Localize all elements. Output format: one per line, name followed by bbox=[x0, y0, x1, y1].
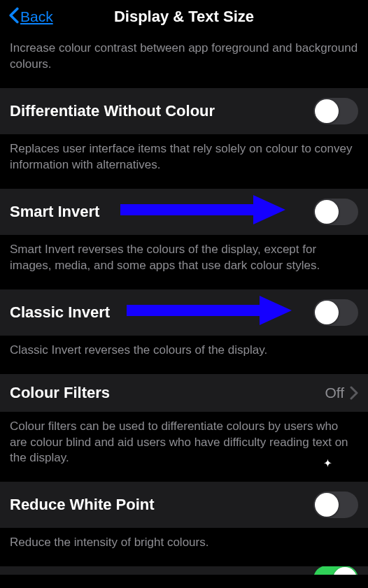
differentiate-without-colour-row[interactable]: Differentiate Without Colour bbox=[0, 88, 368, 134]
reduce-white-point-row[interactable]: Reduce White Point bbox=[0, 482, 368, 528]
page-title: Display & Text Size bbox=[114, 8, 254, 26]
classic-invert-toggle[interactable] bbox=[313, 299, 358, 326]
classic-invert-row[interactable]: Classic Invert bbox=[0, 289, 368, 336]
colour-filters-value: Off bbox=[325, 385, 344, 401]
classic-invert-label: Classic Invert bbox=[10, 303, 110, 322]
next-setting-row[interactable] bbox=[0, 566, 368, 575]
colour-filters-row[interactable]: Colour Filters Off bbox=[0, 374, 368, 412]
colour-filters-footer-text: Colour filters can be used to differenti… bbox=[10, 420, 348, 465]
nav-header: Back Display & Text Size bbox=[0, 0, 368, 34]
differentiate-toggle[interactable] bbox=[313, 98, 358, 124]
differentiate-label: Differentiate Without Colour bbox=[10, 102, 215, 120]
reduce-white-point-label: Reduce White Point bbox=[10, 496, 155, 514]
chevron-left-icon bbox=[8, 7, 20, 27]
smart-invert-toggle[interactable] bbox=[313, 199, 358, 225]
chevron-right-icon bbox=[350, 386, 358, 400]
back-button[interactable]: Back bbox=[8, 7, 53, 27]
contrast-footer: Increase colour contrast between app for… bbox=[0, 34, 368, 83]
smart-invert-label: Smart Invert bbox=[10, 203, 99, 221]
next-setting-toggle[interactable] bbox=[313, 566, 358, 575]
svg-marker-3 bbox=[260, 296, 292, 325]
plus-annotation-icon: ✦ bbox=[324, 457, 332, 470]
colour-filters-footer: Colour filters can be used to differenti… bbox=[0, 412, 368, 477]
svg-marker-1 bbox=[253, 195, 285, 224]
reduce-white-point-toggle[interactable] bbox=[313, 492, 358, 518]
colour-filters-label: Colour Filters bbox=[10, 384, 110, 402]
reduce-white-point-footer: Reduce the intensity of bright colours. bbox=[0, 528, 368, 561]
back-label: Back bbox=[20, 8, 53, 25]
smart-invert-row[interactable]: Smart Invert bbox=[0, 189, 368, 235]
smart-invert-footer: Smart Invert reverses the colours of the… bbox=[0, 235, 368, 284]
classic-invert-footer: Classic Invert reverses the colours of t… bbox=[0, 336, 368, 368]
arrow-annotation-icon bbox=[120, 195, 285, 224]
differentiate-footer: Replaces user interface items that rely … bbox=[0, 134, 368, 183]
arrow-annotation-icon bbox=[127, 296, 292, 325]
